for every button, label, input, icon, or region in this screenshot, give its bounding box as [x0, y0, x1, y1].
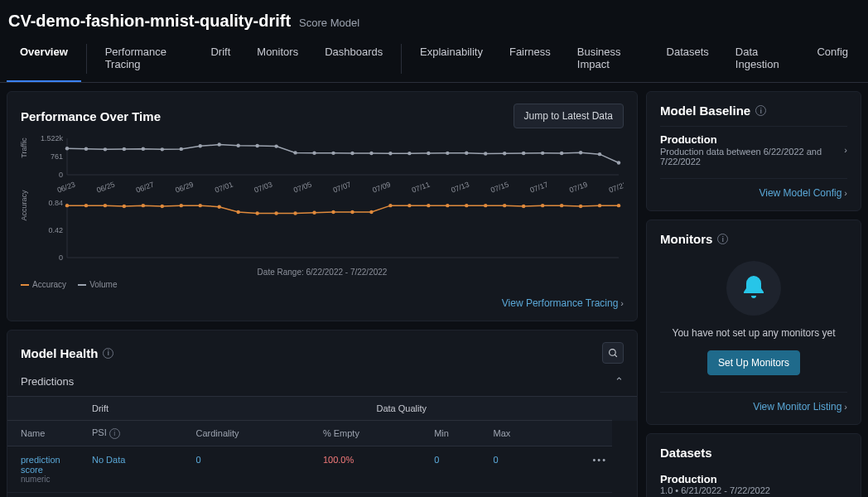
svg-point-13: [218, 142, 221, 146]
svg-point-67: [293, 211, 297, 215]
empty-value[interactable]: 100.0%: [318, 446, 429, 492]
info-icon[interactable]: i: [103, 348, 113, 359]
accuracy-chart: Accuracy 0.840.420: [36, 200, 624, 264]
row-menu-button[interactable]: •••: [553, 446, 612, 492]
svg-point-84: [617, 204, 620, 207]
performance-panel: Performance Over Time Jump to Latest Dat…: [7, 91, 638, 321]
col-empty: % Empty: [318, 421, 429, 446]
svg-point-58: [123, 205, 126, 208]
svg-point-71: [369, 210, 373, 214]
cardinality-value[interactable]: 0: [191, 446, 318, 492]
tab-performance-tracing[interactable]: Performance Tracing: [92, 36, 198, 82]
svg-point-34: [617, 161, 620, 164]
svg-text:1.522k: 1.522k: [41, 135, 64, 142]
svg-text:0.84: 0.84: [48, 200, 63, 207]
svg-point-33: [598, 152, 601, 156]
view-performance-tracing-link[interactable]: View Performance Tracing›: [502, 297, 624, 309]
model-health-title: Model Health: [21, 346, 98, 360]
min-value[interactable]: 0: [429, 446, 488, 492]
row-menu-button[interactable]: •••: [553, 492, 612, 497]
cardinality-value[interactable]: 9: [191, 492, 318, 497]
tab-business-impact[interactable]: Business Impact: [564, 36, 653, 82]
chevron-up-icon[interactable]: ⌃: [615, 375, 624, 388]
max-value[interactable]: 0: [488, 492, 553, 497]
model-health-panel: Model Health i Predictions ⌃ Drift Data …: [7, 330, 638, 497]
svg-point-6: [84, 147, 88, 151]
svg-point-8: [123, 147, 126, 151]
page-subtitle: Score Model: [299, 17, 359, 29]
tab-datasets[interactable]: Datasets: [653, 36, 722, 82]
svg-point-21: [369, 152, 373, 155]
datasets-title: Datasets: [660, 446, 847, 460]
tab-monitors[interactable]: Monitors: [244, 36, 311, 82]
tab-config[interactable]: Config: [803, 36, 861, 82]
legend-accuracy: Accuracy: [32, 280, 66, 289]
tab-dashboards[interactable]: Dashboards: [311, 36, 396, 82]
tab-fairness[interactable]: Fairness: [496, 36, 564, 82]
empty-value[interactable]: 0.0%: [318, 492, 429, 497]
svg-point-75: [446, 204, 449, 207]
svg-point-68: [312, 211, 316, 215]
svg-text:07/17: 07/17: [529, 181, 550, 193]
traffic-axis-label: Traffic: [20, 138, 28, 158]
svg-text:06/27: 06/27: [135, 181, 156, 193]
svg-point-16: [274, 144, 277, 147]
prediction-name-link[interactable]: prediction score: [21, 455, 82, 475]
min-value[interactable]: 0: [429, 492, 488, 497]
accuracy-axis-label: Accuracy: [20, 190, 28, 220]
svg-point-59: [142, 204, 145, 207]
legend-volume: Volume: [89, 280, 117, 289]
svg-text:07/01: 07/01: [214, 181, 234, 193]
psi-value[interactable]: No Data: [87, 446, 191, 492]
dataset-name: Production: [660, 473, 847, 485]
datasets-panel: Datasets Production 1.0 • 6/21/2022 - 7/…: [646, 433, 861, 497]
svg-text:07/05: 07/05: [292, 181, 313, 193]
svg-point-10: [161, 147, 164, 151]
main-tabs: Overview Performance Tracing Drift Monit…: [0, 36, 868, 83]
svg-point-5: [65, 147, 69, 150]
jump-latest-button[interactable]: Jump to Latest Data: [514, 104, 624, 128]
traffic-chart: Traffic 1.522k761006/2306/2506/2706/2907…: [36, 135, 624, 193]
max-value[interactable]: 0: [488, 446, 553, 492]
svg-text:0: 0: [59, 171, 63, 179]
svg-point-55: [65, 204, 69, 207]
svg-point-18: [312, 151, 316, 154]
tab-drift[interactable]: Drift: [197, 36, 244, 82]
page-title: CV-demo-fashion-mnist-quality-drift: [8, 12, 291, 31]
svg-point-77: [484, 204, 487, 207]
svg-point-14: [236, 144, 239, 147]
svg-point-30: [541, 152, 544, 155]
bell-icon: [726, 261, 781, 316]
svg-point-78: [503, 204, 506, 207]
svg-point-56: [84, 204, 88, 207]
prediction-type: numeric: [21, 475, 82, 484]
search-button[interactable]: [602, 342, 624, 364]
info-icon[interactable]: i: [755, 105, 766, 116]
monitors-empty-text: You have not set up any monitors yet: [660, 327, 847, 339]
view-monitor-listing-link[interactable]: View Monitor Listing›: [753, 401, 847, 413]
svg-point-27: [484, 152, 487, 155]
psi-value[interactable]: 0.021: [87, 492, 191, 497]
performance-title: Performance Over Time: [21, 109, 161, 123]
svg-point-81: [560, 204, 563, 207]
svg-point-76: [465, 204, 468, 207]
chevron-right-icon: ›: [620, 298, 624, 308]
svg-point-26: [465, 151, 468, 154]
svg-point-23: [407, 152, 411, 155]
info-icon[interactable]: i: [717, 234, 728, 244]
view-model-config-link[interactable]: View Model Config›: [759, 187, 847, 199]
svg-text:761: 761: [51, 152, 63, 161]
tab-overview[interactable]: Overview: [7, 36, 81, 82]
setup-monitors-button[interactable]: Set Up Monitors: [707, 350, 800, 375]
chart-legend: Accuracy Volume: [21, 280, 624, 289]
baseline-item[interactable]: Production Production data between 6/22/…: [660, 126, 847, 173]
table-row: prediction scorenumeric No Data 0 100.0%…: [7, 446, 637, 492]
col-name: Name: [7, 421, 87, 446]
baseline-item-sub: Production data between 6/22/2022 and 7/…: [660, 147, 844, 166]
dataset-item[interactable]: Production 1.0 • 6/21/2022 - 7/22/2022: [660, 466, 847, 497]
tab-data-ingestion[interactable]: Data Ingestion: [722, 36, 804, 82]
info-icon[interactable]: i: [109, 428, 120, 439]
col-min: Min: [429, 421, 488, 446]
tab-explainability[interactable]: Explainability: [407, 36, 496, 82]
predictions-label: Predictions: [21, 375, 74, 388]
